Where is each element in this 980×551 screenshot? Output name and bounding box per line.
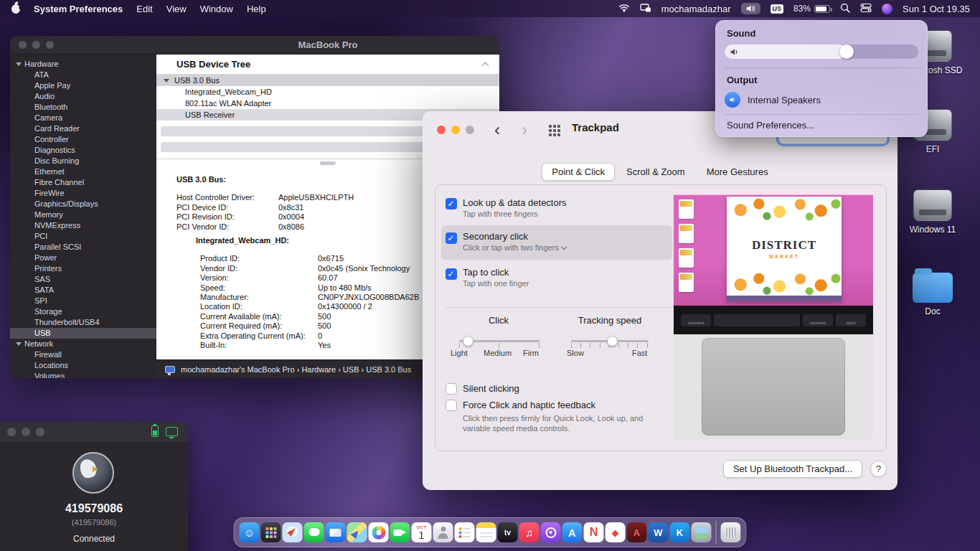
help-button[interactable]: ? [870,461,887,477]
sidebar-item[interactable]: Audio [10,91,156,102]
sidebar-item[interactable]: Firewall [10,349,156,360]
secondary-click-checkbox[interactable] [446,232,457,244]
sidebar-item[interactable]: Camera [10,113,156,123]
menu-bar-clock[interactable]: Sun 1 Oct 19.35 [903,4,970,14]
sidebar-item[interactable]: USB [10,328,156,339]
dock-anydesk[interactable]: ◆ [606,522,626,542]
dock-launchpad[interactable] [261,522,281,542]
dock-preview[interactable] [692,522,712,542]
dock-mail[interactable] [326,522,346,542]
secondary-click-dropdown[interactable]: Click or tap with two fingers [463,243,566,252]
remote-display-icon[interactable] [166,427,178,436]
zoom-button[interactable] [36,428,44,436]
tap-to-click-label[interactable]: Tap to click [463,267,509,278]
silent-clicking-label[interactable]: Silent clicking [463,383,519,394]
dock-maps[interactable] [347,522,367,542]
force-click-label[interactable]: Force Click and haptic feedback [463,400,595,410]
sidebar-item[interactable]: PCI [10,231,156,242]
sidebar-item[interactable]: Locations [10,360,156,371]
sidebar-item[interactable]: Power [10,253,156,263]
sidebar-item[interactable]: Ethernet [10,166,156,177]
sidebar-item[interactable]: Storage [10,306,156,317]
desktop-icon-windows-11[interactable]: Windows 11 [900,189,966,235]
secondary-click-label[interactable]: Secondary click [463,231,528,242]
dock-acrobat[interactable]: A [627,522,647,542]
lookup-checkbox[interactable] [446,198,457,209]
menu-window[interactable]: Window [200,4,233,14]
usb-device-row[interactable]: Integrated_Webcam_HD [156,86,499,98]
usb-device-row[interactable]: 802.11ac WLAN Adapter [156,98,499,109]
desktop-icon-doc-folder[interactable]: Doc [900,270,966,316]
dock-trash[interactable] [721,522,741,542]
close-button[interactable] [437,126,446,134]
zoom-button[interactable] [46,41,54,49]
dock-news[interactable]: N [584,522,604,542]
sidebar-item[interactable]: Controller [10,134,156,145]
force-click-checkbox[interactable] [446,400,457,411]
sidebar-item[interactable]: FireWire [10,188,156,199]
sidebar-section-network[interactable]: Network [10,339,156,349]
minimize-button[interactable] [451,126,460,134]
volume-knob[interactable] [839,44,854,59]
back-button[interactable]: ‹ [494,120,500,140]
sidebar-item[interactable]: SPI [10,296,156,306]
dock-music[interactable]: ♫ [519,522,540,542]
silent-clicking-checkbox[interactable] [446,383,457,395]
lookup-label[interactable]: Look up & data detectors [463,197,567,208]
menu-bar-username[interactable]: mochamadazhar [661,4,731,14]
usb-device-tree-header[interactable]: USB Device Tree [156,55,499,75]
sidebar-item[interactable]: NVMExpress [10,220,156,231]
tab-scroll-and-zoom[interactable]: Scroll & Zoom [616,163,695,181]
sidebar-section-hardware[interactable]: Hardware [10,59,156,70]
screen-mirroring-icon[interactable] [640,4,651,14]
dock-notes[interactable] [476,522,496,542]
sound-preferences-link[interactable]: Sound Preferences... [727,120,814,131]
dock-contacts[interactable] [433,522,453,542]
sidebar-item[interactable]: Fibre Channel [10,177,156,188]
tab-point-and-click[interactable]: Point & Click [542,163,615,181]
sidebar-item[interactable]: SAS [10,274,156,285]
dock-safari[interactable] [283,522,303,542]
close-button[interactable] [7,428,16,436]
tap-to-click-checkbox[interactable] [446,268,457,280]
close-button[interactable] [19,41,27,49]
wifi-icon[interactable] [618,4,630,14]
sidebar-item[interactable]: ATA [10,70,156,80]
dock-photos[interactable] [369,522,389,542]
usb-bus-row[interactable]: USB 3.0 Bus [156,75,499,86]
dock-reminders[interactable] [455,522,475,542]
dock-podcasts[interactable] [541,522,561,542]
dock-keynote[interactable]: K [670,522,690,542]
sound-menu-icon[interactable] [741,3,760,14]
set-up-bluetooth-trackpad-button[interactable]: Set Up Bluetooth Trackpad... [723,460,862,478]
sidebar-item[interactable]: Thunderbolt/USB4 [10,317,156,328]
output-device-row[interactable]: Internal Speakers [725,89,918,110]
battery-menu[interactable]: 83% [793,4,830,14]
sidebar-item[interactable]: Volumes [10,371,156,378]
menu-view[interactable]: View [166,4,187,14]
spotlight-search-icon[interactable] [840,3,850,15]
show-all-grid-icon[interactable] [549,125,552,128]
dock-messages[interactable] [304,522,324,542]
app-menu-title[interactable]: System Preferences [34,4,123,14]
dock-finder[interactable]: ☺ [240,522,260,542]
input-source-menu[interactable]: US [771,4,784,14]
menu-edit[interactable]: Edit [136,4,152,14]
sidebar-item[interactable]: Graphics/Displays [10,199,156,209]
zoom-button[interactable] [466,126,474,134]
click-slider[interactable] [459,336,540,346]
sidebar-item[interactable]: Parallel SCSI [10,242,156,253]
sidebar-item[interactable]: Memory [10,209,156,220]
sidebar-item[interactable]: Disc Burning [10,156,156,166]
apple-menu-icon[interactable] [11,4,20,14]
minimize-button[interactable] [22,428,30,436]
menu-help[interactable]: Help [247,4,266,14]
dock-word[interactable]: W [649,522,669,542]
dock-appstore[interactable]: A [562,522,583,542]
sidebar-item[interactable]: Apple Pay [10,80,156,91]
tracking-speed-slider[interactable] [571,336,649,346]
sidebar-item[interactable]: Diagnostics [10,145,156,156]
click-slider-knob[interactable] [463,336,473,347]
assistant-orb-icon[interactable] [882,4,892,14]
sidebar-item[interactable]: Card Reader [10,123,156,134]
